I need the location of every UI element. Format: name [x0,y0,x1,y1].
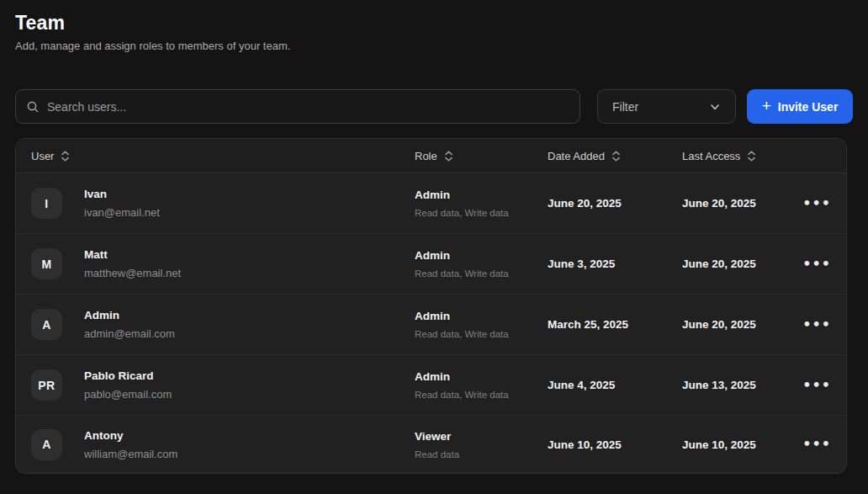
column-header-last-access[interactable]: Last Access [682,150,783,162]
row-menu-button[interactable]: ••• [801,313,833,337]
role-cell: Viewer Read data [415,430,548,459]
table-header-row: User Role Date Added [16,139,846,173]
last-access-cell: June 10, 2025 [682,438,783,451]
table-row[interactable]: I Ivan ivan@email.net Admin Read data, W… [16,173,846,234]
last-access-cell: June 13, 2025 [682,379,783,391]
search-box[interactable] [15,89,580,124]
sort-icon[interactable] [611,151,621,162]
actions-cell: ••• [783,252,833,276]
invite-user-label: Invite User [778,100,839,114]
row-menu-button[interactable]: ••• [801,192,833,215]
avatar: I [31,188,62,219]
user-name: Admin [84,309,175,321]
role-name: Admin [415,310,548,322]
user-cell: A Antony william@email.com [31,429,415,460]
row-menu-button[interactable]: ••• [801,252,833,276]
sort-icon[interactable] [444,151,453,162]
toolbar: Filter + Invite User [15,89,853,124]
role-permissions: Read data [415,449,548,459]
column-header-user[interactable]: User [31,150,415,162]
role-cell: Admin Read data, Write data [415,310,548,339]
column-header-label: User [31,150,54,162]
row-menu-button[interactable]: ••• [801,374,833,397]
actions-cell: ••• [783,374,833,397]
column-header-role[interactable]: Role [415,150,548,162]
invite-user-button[interactable]: + Invite User [747,89,853,124]
filter-label: Filter [612,100,638,114]
table-row[interactable]: A Antony william@email.com Viewer Read d… [16,416,846,473]
table-body: I Ivan ivan@email.net Admin Read data, W… [16,173,846,473]
user-email: ivan@email.net [84,206,160,219]
actions-cell: ••• [783,313,833,337]
date-added-cell: March 25, 2025 [548,318,682,331]
date-added-cell: June 20, 2025 [548,197,682,210]
role-cell: Admin Read data, Write data [415,370,548,400]
role-permissions: Read data, Write data [415,208,548,218]
actions-cell: ••• [783,433,833,456]
table-row[interactable]: A Admin admin@email.com Admin Read data,… [16,295,846,355]
row-menu-button[interactable]: ••• [801,433,833,456]
role-name: Admin [415,370,548,383]
role-cell: Admin Read data, Write data [415,189,548,218]
chevron-down-icon [709,101,721,113]
role-name: Admin [415,249,548,262]
sort-icon[interactable] [747,151,756,162]
role-name: Admin [415,189,548,201]
avatar: A [31,429,62,460]
search-input[interactable] [47,100,569,114]
date-added-cell: June 3, 2025 [548,258,682,270]
role-name: Viewer [415,430,548,443]
avatar: M [31,248,62,279]
avatar: A [31,309,62,340]
user-cell: M Matt matthew@email.net [31,248,415,279]
user-name: Matt [84,248,181,261]
page-title: Team [15,12,853,35]
user-email: william@email.com [84,448,177,460]
user-name: Ivan [84,188,160,200]
team-page: Team Add, manage and assign roles to mem… [0,0,868,474]
avatar: PR [31,369,62,401]
role-cell: Admin Read data, Write data [415,249,548,279]
user-cell: A Admin admin@email.com [31,309,415,340]
sort-icon[interactable] [61,151,70,162]
table-row[interactable]: PR Pablo Ricard pablo@email.com Admin Re… [16,355,846,416]
column-header-label: Role [415,150,437,162]
table-row[interactable]: M Matt matthew@email.net Admin Read data… [16,234,846,295]
last-access-cell: June 20, 2025 [682,318,783,331]
user-cell: PR Pablo Ricard pablo@email.com [31,369,415,401]
user-email: matthew@email.net [84,267,181,279]
user-email: pablo@email.com [84,388,172,401]
date-added-cell: June 10, 2025 [548,438,682,451]
user-email: admin@email.com [84,327,175,340]
column-header-date-added[interactable]: Date Added [548,150,682,162]
role-permissions: Read data, Write data [415,329,548,339]
search-icon [26,100,40,114]
last-access-cell: June 20, 2025 [682,197,783,210]
column-header-label: Date Added [548,150,605,162]
user-name: Antony [84,429,177,442]
date-added-cell: June 4, 2025 [548,379,682,391]
column-header-label: Last Access [682,150,740,162]
page-subtitle: Add, manage and assign roles to members … [15,40,853,52]
filter-dropdown[interactable]: Filter [597,89,736,124]
role-permissions: Read data, Write data [415,268,548,279]
team-table: User Role Date Added [15,138,847,474]
user-name: Pablo Ricard [84,369,172,382]
user-cell: I Ivan ivan@email.net [31,188,415,219]
last-access-cell: June 20, 2025 [682,258,783,270]
role-permissions: Read data, Write data [415,390,548,400]
actions-cell: ••• [783,192,833,215]
plus-icon: + [762,98,771,114]
